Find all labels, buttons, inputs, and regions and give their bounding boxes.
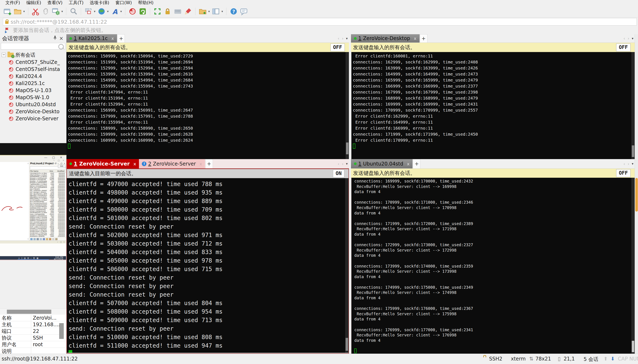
- window-vertical-scrollbar[interactable]: [635, 34, 638, 354]
- tab-scroll-right-icon[interactable]: ›: [342, 161, 343, 166]
- tab-scroll-left-icon[interactable]: ‹: [338, 36, 339, 41]
- tab-close-icon[interactable]: x: [133, 161, 136, 166]
- tray-icon: ▤: [24, 257, 26, 259]
- tab-scroll-right-icon[interactable]: ›: [628, 161, 629, 166]
- session-properties-icon[interactable]: [52, 7, 60, 16]
- new-tab-button[interactable]: +: [117, 34, 125, 42]
- menu-item[interactable]: 编辑(E): [24, 0, 44, 6]
- xagent-icon[interactable]: [138, 7, 147, 16]
- tab-list-dropdown-icon[interactable]: ▾: [632, 162, 633, 166]
- session-item[interactable]: Ubuntu20.04std: [0, 101, 67, 108]
- find-icon[interactable]: [69, 7, 78, 16]
- session-properties-caret[interactable]: ▾: [62, 10, 63, 13]
- pin-icon[interactable]: [52, 36, 58, 41]
- terminal-zerovoice-server[interactable]: clientfd = 497000 accepted! time used 78…: [67, 178, 348, 353]
- tile-layout-caret[interactable]: ▾: [222, 10, 223, 13]
- session-item[interactable]: ZeroVoice-Server: [0, 115, 67, 122]
- new-tab-button[interactable]: +: [205, 159, 213, 168]
- font-icon[interactable]: A: [110, 7, 119, 16]
- close-icon[interactable]: ×: [58, 36, 64, 41]
- collapse-icon[interactable]: −: [2, 53, 6, 57]
- tab-close-icon[interactable]: x: [199, 161, 202, 166]
- tab-kali2025-1c[interactable]: 1 Kali2025.1c x: [67, 34, 117, 42]
- window-scrollbar-thumb[interactable]: [635, 178, 638, 212]
- tab-zerovoice-desktop[interactable]: 1 ZeroVoice-Desktop x: [351, 34, 419, 42]
- broadcast-toggle-button[interactable]: OFF: [616, 169, 630, 177]
- tab-close-icon[interactable]: x: [407, 161, 409, 166]
- status-up-arrow-icon[interactable]: ⬆: [603, 356, 608, 362]
- session-manager-header: 会话管理器 ×: [0, 34, 67, 42]
- session-item[interactable]: MapOS-W-1.0: [0, 94, 67, 101]
- clone-session-caret[interactable]: ▾: [94, 10, 96, 13]
- status-terminal-size: 78x21: [535, 356, 551, 362]
- terminal-ubuntu20-04std[interactable]: connections: 169999, sockfd:170000, time…: [351, 178, 635, 354]
- tab-zerovoice-server-2[interactable]: ! 2 ZeroVoice-Server x: [139, 159, 205, 168]
- tab-scroll-left-icon[interactable]: ‹: [623, 161, 625, 166]
- session-item[interactable]: CentOS7_ShuiZe_: [0, 59, 67, 66]
- session-tree-root[interactable]: − 所有会话: [0, 51, 67, 59]
- terminal-zerovoice-desktop[interactable]: Error clientfd:160001, errno:11 connecti…: [351, 52, 635, 159]
- web-caret[interactable]: ▾: [107, 10, 109, 13]
- menu-item[interactable]: 帮助(H): [136, 0, 156, 6]
- pane-splitter[interactable]: [349, 34, 351, 354]
- terminal-scrollbar[interactable]: [631, 52, 635, 159]
- tab-scroll-right-icon[interactable]: ›: [342, 36, 343, 41]
- session-item[interactable]: Kali2024.4: [0, 73, 67, 80]
- tab-list-dropdown-icon[interactable]: ▾: [346, 162, 348, 166]
- tab-zerovoice-server-1[interactable]: 1 ZeroVoice-Server x: [67, 159, 139, 168]
- tab-list-dropdown-icon[interactable]: ▾: [346, 36, 348, 40]
- terminal-scrollbar[interactable]: [631, 178, 635, 354]
- broadcast-toggle-button[interactable]: OFF: [616, 44, 630, 52]
- open-folder-icon[interactable]: [14, 7, 22, 16]
- session-search-input[interactable]: [1, 43, 65, 50]
- tab-scroll-right-icon[interactable]: ›: [628, 36, 629, 41]
- message-icon[interactable]: [240, 7, 248, 16]
- broadcast-toggle-button[interactable]: OFF: [330, 44, 345, 52]
- new-tab-button[interactable]: +: [420, 34, 428, 42]
- terminal-kali2025-1c[interactable]: connections: 150999, sockfd:150994, time…: [67, 52, 349, 159]
- status-down-arrow-icon[interactable]: ⬇: [610, 356, 615, 362]
- clone-session-icon[interactable]: [84, 7, 92, 16]
- tab-scroll-left-icon[interactable]: ‹: [338, 161, 339, 166]
- fullscreen-icon[interactable]: [153, 7, 162, 16]
- new-folder-caret[interactable]: ▾: [208, 10, 210, 13]
- exclusive-input-toggle-button[interactable]: ON: [333, 170, 344, 178]
- status-session-count[interactable]: 5 会话: [584, 356, 598, 362]
- tab-close-icon[interactable]: x: [111, 36, 114, 41]
- menu-item[interactable]: 窗口(W): [113, 0, 134, 6]
- tab-scroll-left-icon[interactable]: ‹: [623, 36, 625, 41]
- session-item[interactable]: CentOS7self-insta: [0, 66, 67, 73]
- keyboard-icon[interactable]: [174, 7, 182, 16]
- properties-scrollbar-thumb[interactable]: [59, 323, 64, 339]
- address-text: ssh://root:******@192.168.47.111:22: [11, 19, 107, 25]
- terminal-scrollbar[interactable]: [346, 52, 349, 159]
- tab-list-dropdown-icon[interactable]: ▾: [632, 36, 633, 40]
- file-table-rows: 232c93d07b74.c (v:\liburing-libu 6102 6/…: [30, 172, 66, 237]
- session-item[interactable]: Kali2025.1c: [0, 80, 67, 87]
- highlighter-icon[interactable]: [184, 7, 192, 16]
- menu-item[interactable]: 文件(F): [3, 0, 23, 6]
- new-tab-button[interactable]: +: [413, 159, 420, 168]
- tab-close-icon[interactable]: x: [414, 36, 416, 41]
- font-caret[interactable]: ▾: [120, 10, 122, 13]
- new-session-icon[interactable]: [3, 7, 12, 16]
- session-item[interactable]: MapOS-U-1.03: [0, 87, 67, 94]
- new-folder-icon[interactable]: [198, 7, 207, 16]
- tab-ubuntu20-04std[interactable]: 1 Ubuntu20.04std x: [351, 159, 412, 168]
- menu-item[interactable]: 工具(T): [66, 0, 86, 6]
- open-folder-caret[interactable]: ▾: [23, 10, 25, 13]
- menu-item[interactable]: 选项卡(B): [87, 0, 112, 6]
- tile-layout-icon[interactable]: [212, 7, 220, 16]
- status-terminal-type[interactable]: xterm: [511, 356, 526, 362]
- menu-item[interactable]: 查看(V): [45, 0, 65, 6]
- address-input[interactable]: ssh://root:******@192.168.47.111:22: [3, 18, 637, 26]
- help-icon[interactable]: ?: [230, 7, 238, 16]
- sidebar-horizontal-scrollbar[interactable]: [0, 308, 67, 315]
- reconnect-icon[interactable]: [42, 7, 50, 16]
- disconnect-icon[interactable]: [31, 7, 40, 16]
- lock-icon[interactable]: [163, 7, 172, 16]
- web-icon[interactable]: [97, 7, 106, 16]
- xshell-swirl-icon[interactable]: [128, 7, 137, 16]
- session-item[interactable]: ZeroVoice-Deskto: [0, 108, 67, 115]
- terminal-scrollbar[interactable]: [345, 178, 348, 353]
